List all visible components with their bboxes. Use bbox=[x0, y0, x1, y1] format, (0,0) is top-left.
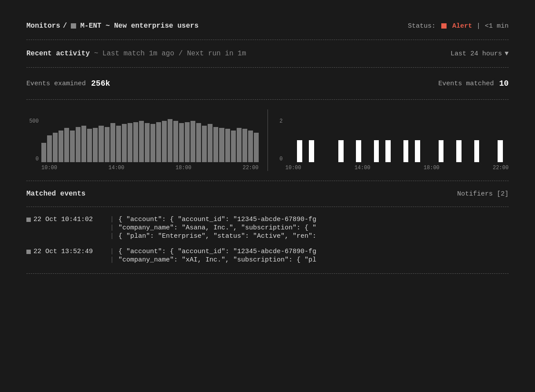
right-x-label-1: 10:00 bbox=[286, 165, 301, 171]
bar bbox=[468, 161, 473, 162]
bar bbox=[128, 123, 132, 162]
event-data: { "plan": "Enterprise", "status": "Activ… bbox=[118, 232, 316, 240]
right-y-axis: 2 0 bbox=[277, 118, 283, 162]
bar bbox=[47, 135, 52, 162]
bar bbox=[356, 140, 361, 162]
bar bbox=[326, 161, 331, 162]
bar bbox=[403, 140, 408, 162]
left-chart-wrapper: 500 0 10:00 14:00 18:00 22:00 bbox=[26, 109, 259, 171]
bar bbox=[202, 126, 207, 162]
events-matched-label: Events matched bbox=[438, 80, 494, 87]
left-y-min: 0 bbox=[26, 156, 39, 162]
right-x-label-2: 14:00 bbox=[355, 165, 370, 171]
event-data: { "account": { "account_id": "12345-abcd… bbox=[118, 216, 316, 223]
bar bbox=[486, 161, 491, 162]
status-separator: | bbox=[476, 22, 480, 30]
divider-2 bbox=[26, 67, 509, 68]
bar bbox=[344, 161, 349, 162]
event-timestamp: 22 Oct 10:41:02 bbox=[26, 216, 106, 223]
status-value: Alert bbox=[452, 22, 472, 30]
event-pipe: | bbox=[110, 256, 114, 264]
stats-row: Events examined 256k Events matched 10 bbox=[26, 73, 509, 94]
time-range-selector[interactable]: Last 24 hours ▼ bbox=[451, 50, 509, 58]
bar bbox=[168, 119, 172, 162]
events-examined-value: 256k bbox=[91, 79, 110, 88]
bar bbox=[173, 121, 178, 162]
bar bbox=[492, 161, 497, 162]
bar bbox=[116, 126, 121, 162]
bar bbox=[191, 121, 195, 162]
notifiers-link[interactable]: Notifiers [2] bbox=[457, 190, 509, 198]
bar bbox=[444, 161, 449, 162]
bar bbox=[185, 122, 190, 162]
bar bbox=[162, 121, 167, 162]
monitor-name[interactable]: M-ENT ~ New enterprise users bbox=[80, 22, 198, 30]
right-chart: 2 0 bbox=[277, 109, 509, 162]
bar bbox=[105, 127, 110, 162]
bar bbox=[196, 123, 201, 162]
bar bbox=[93, 128, 98, 162]
event-row[interactable]: 22 Oct 13:52:49|{ "account": { "account_… bbox=[26, 244, 509, 268]
event-status-icon bbox=[26, 250, 31, 254]
bar bbox=[225, 129, 230, 162]
bar bbox=[474, 140, 479, 162]
left-x-label-1: 10:00 bbox=[41, 165, 57, 171]
event-status-icon bbox=[26, 218, 31, 222]
bar bbox=[248, 131, 253, 162]
bar bbox=[433, 161, 438, 162]
alert-icon bbox=[441, 23, 447, 29]
bar bbox=[291, 161, 296, 162]
bar bbox=[156, 122, 161, 162]
bar bbox=[87, 129, 92, 162]
left-chart: 500 0 bbox=[26, 109, 259, 162]
bar bbox=[498, 140, 502, 162]
activity-subtitle: ~ Last match 1m ago / Next run in 1m bbox=[94, 50, 246, 58]
bar bbox=[139, 121, 144, 162]
event-pipe: | bbox=[110, 224, 114, 232]
time-range-label: Last 24 hours bbox=[451, 50, 502, 58]
right-y-max: 2 bbox=[277, 118, 283, 124]
bar bbox=[480, 161, 485, 162]
event-pipe: | bbox=[110, 216, 114, 223]
bar bbox=[362, 161, 367, 162]
divider-3 bbox=[26, 99, 509, 100]
bar bbox=[70, 131, 75, 162]
bar bbox=[333, 161, 337, 162]
event-row[interactable]: 22 Oct 10:41:02|{ "account": { "account_… bbox=[26, 212, 509, 244]
monitor-icon bbox=[71, 23, 76, 29]
event-timestamp-text: 22 Oct 13:52:49 bbox=[33, 248, 93, 255]
event-data: { "account": { "account_id": "12345-abcd… bbox=[118, 248, 316, 255]
bar bbox=[99, 126, 103, 162]
bar bbox=[321, 161, 326, 162]
left-x-label-2: 14:00 bbox=[108, 165, 124, 171]
bar bbox=[41, 143, 46, 162]
events-header: Matched events Notifiers [2] bbox=[26, 186, 509, 201]
bar bbox=[254, 133, 259, 162]
event-timestamp-text: 22 Oct 10:41:02 bbox=[33, 216, 93, 223]
bar bbox=[380, 161, 385, 162]
event-data: "company_name": "xAI, Inc.", "subscripti… bbox=[118, 256, 316, 264]
event-line: | "company_name": "Asana, Inc.", "subscr… bbox=[26, 224, 509, 232]
left-x-label-4: 22:00 bbox=[242, 165, 258, 171]
bar bbox=[415, 140, 420, 162]
dropdown-icon: ▼ bbox=[505, 50, 509, 58]
bar bbox=[338, 140, 343, 162]
right-x-label-4: 22:00 bbox=[493, 165, 509, 171]
right-chart-section: 2 0 10:00 14:00 18:00 22:00 bbox=[268, 109, 509, 171]
activity-row: Recent activity ~ Last match 1m ago / Ne… bbox=[26, 45, 509, 62]
divider-4 bbox=[26, 181, 509, 181]
bar bbox=[303, 161, 308, 162]
bar bbox=[409, 161, 414, 162]
event-data: "company_name": "Asana, Inc.", "subscrip… bbox=[118, 224, 316, 232]
right-chart-wrapper: 2 0 10:00 14:00 18:00 22:00 bbox=[277, 109, 509, 171]
bar bbox=[368, 161, 373, 162]
bar bbox=[315, 161, 320, 162]
header-row: Monitors / M-ENT ~ New enterprise users … bbox=[26, 18, 509, 34]
bar bbox=[53, 133, 58, 162]
bar bbox=[59, 131, 63, 162]
event-timestamp: 22 Oct 13:52:49 bbox=[26, 248, 106, 255]
event-pipe: | bbox=[110, 232, 114, 240]
monitors-link[interactable]: Monitors bbox=[26, 22, 60, 30]
bar bbox=[76, 127, 81, 162]
bar bbox=[208, 124, 213, 162]
